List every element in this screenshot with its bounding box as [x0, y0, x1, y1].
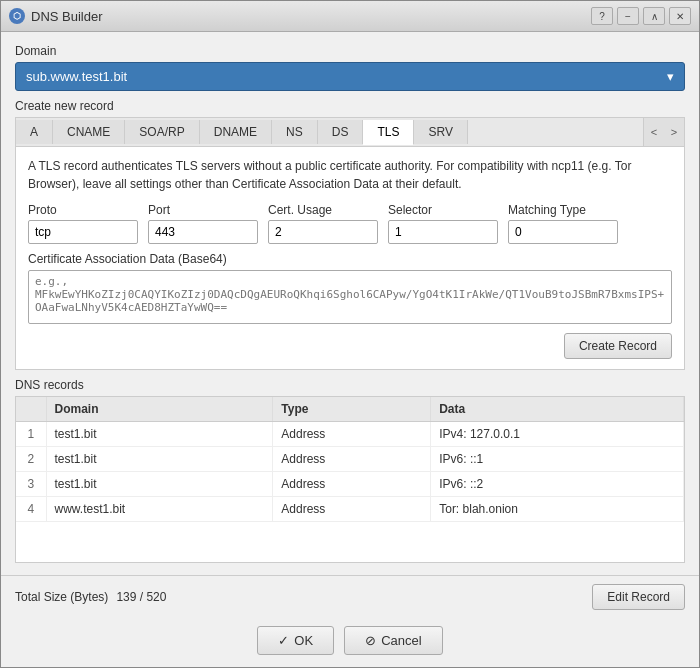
help-button[interactable]: ?	[591, 7, 613, 25]
row-data: IPv6: ::1	[431, 447, 684, 472]
table-row[interactable]: 1 test1.bit Address IPv4: 127.0.0.1	[16, 422, 684, 447]
tab-ns[interactable]: NS	[272, 120, 318, 144]
tab-tls[interactable]: TLS	[363, 120, 414, 145]
create-record-button[interactable]: Create Record	[564, 333, 672, 359]
tab-prev-button[interactable]: <	[644, 118, 664, 146]
create-btn-row: Create Record	[28, 333, 672, 359]
app-icon: ⬡	[9, 8, 25, 24]
cancel-label: Cancel	[381, 633, 421, 648]
footer-buttons: ✓ OK ⊘ Cancel	[1, 618, 699, 667]
cert-data-textarea[interactable]	[28, 270, 672, 324]
window-title: DNS Builder	[31, 9, 103, 24]
create-record-section: Create new record A CNAME SOA/RP DNAME N…	[15, 99, 685, 370]
tab-content-tls: A TLS record authenticates TLS servers w…	[16, 147, 684, 369]
ok-icon: ✓	[278, 633, 289, 648]
ok-label: OK	[294, 633, 313, 648]
row-data: Tor: blah.onion	[431, 497, 684, 522]
size-info: Total Size (Bytes) 139 / 520	[15, 590, 166, 604]
cert-data-label: Certificate Association Data (Base64)	[28, 252, 672, 266]
proto-field: Proto	[28, 203, 138, 244]
col-domain: Domain	[46, 397, 273, 422]
matching-type-field: Matching Type	[508, 203, 618, 244]
title-bar-controls: ? − ∧ ✕	[591, 7, 691, 25]
dns-records-section: DNS records Domain Type Data 1 test1.bit	[15, 378, 685, 563]
row-domain: test1.bit	[46, 447, 273, 472]
tab-cname[interactable]: CNAME	[53, 120, 125, 144]
row-domain: test1.bit	[46, 422, 273, 447]
action-buttons: Edit Record	[592, 584, 685, 610]
tab-section: A CNAME SOA/RP DNAME NS DS TLS SRV < > A…	[15, 117, 685, 370]
table-header-row: Domain Type Data	[16, 397, 684, 422]
cert-usage-input[interactable]	[268, 220, 378, 244]
tls-description: A TLS record authenticates TLS servers w…	[28, 157, 672, 193]
port-field: Port	[148, 203, 258, 244]
row-type: Address	[273, 447, 431, 472]
tab-dname[interactable]: DNAME	[200, 120, 272, 144]
ok-button[interactable]: ✓ OK	[257, 626, 334, 655]
dropdown-arrow-icon: ▾	[667, 69, 674, 84]
title-bar: ⬡ DNS Builder ? − ∧ ✕	[1, 1, 699, 32]
size-label: Total Size (Bytes)	[15, 590, 108, 604]
matching-type-input[interactable]	[508, 220, 618, 244]
cert-usage-label: Cert. Usage	[268, 203, 378, 217]
tab-next-button[interactable]: >	[664, 118, 684, 146]
domain-dropdown[interactable]: sub.www.test1.bit ▾	[15, 62, 685, 91]
cancel-button[interactable]: ⊘ Cancel	[344, 626, 442, 655]
tab-ds[interactable]: DS	[318, 120, 364, 144]
main-window: ⬡ DNS Builder ? − ∧ ✕ Domain sub.www.tes…	[0, 0, 700, 668]
matching-type-label: Matching Type	[508, 203, 618, 217]
title-bar-left: ⬡ DNS Builder	[9, 8, 103, 24]
col-type: Type	[273, 397, 431, 422]
bottom-bar: Total Size (Bytes) 139 / 520 Edit Record	[1, 575, 699, 618]
row-type: Address	[273, 422, 431, 447]
tab-bar: A CNAME SOA/RP DNAME NS DS TLS SRV < >	[16, 118, 684, 147]
row-domain: test1.bit	[46, 472, 273, 497]
row-num: 3	[16, 472, 46, 497]
tab-a[interactable]: A	[16, 120, 53, 144]
row-num: 4	[16, 497, 46, 522]
close-button[interactable]: ✕	[669, 7, 691, 25]
row-num: 2	[16, 447, 46, 472]
row-type: Address	[273, 472, 431, 497]
domain-section: Domain sub.www.test1.bit ▾	[15, 44, 685, 91]
selector-input[interactable]	[388, 220, 498, 244]
col-num	[16, 397, 46, 422]
table-row[interactable]: 4 www.test1.bit Address Tor: blah.onion	[16, 497, 684, 522]
minimize-button[interactable]: −	[617, 7, 639, 25]
dns-records-table: Domain Type Data 1 test1.bit Address IPv…	[16, 397, 684, 522]
selector-field: Selector	[388, 203, 498, 244]
proto-label: Proto	[28, 203, 138, 217]
cert-usage-field: Cert. Usage	[268, 203, 378, 244]
main-content: Domain sub.www.test1.bit ▾ Create new re…	[1, 32, 699, 575]
dns-records-table-wrapper: Domain Type Data 1 test1.bit Address IPv…	[15, 396, 685, 563]
table-row[interactable]: 3 test1.bit Address IPv6: ::2	[16, 472, 684, 497]
domain-label: Domain	[15, 44, 685, 58]
size-value: 139 / 520	[116, 590, 166, 604]
edit-record-button[interactable]: Edit Record	[592, 584, 685, 610]
row-num: 1	[16, 422, 46, 447]
row-domain: www.test1.bit	[46, 497, 273, 522]
table-row[interactable]: 2 test1.bit Address IPv6: ::1	[16, 447, 684, 472]
port-label: Port	[148, 203, 258, 217]
row-data: IPv4: 127.0.0.1	[431, 422, 684, 447]
row-type: Address	[273, 497, 431, 522]
domain-value: sub.www.test1.bit	[26, 69, 127, 84]
form-fields-row: Proto Port Cert. Usage Selector	[28, 203, 672, 244]
tab-soarp[interactable]: SOA/RP	[125, 120, 199, 144]
tab-navigation: < >	[643, 118, 684, 146]
cert-data-section: Certificate Association Data (Base64)	[28, 252, 672, 327]
create-record-label: Create new record	[15, 99, 685, 113]
proto-input[interactable]	[28, 220, 138, 244]
row-data: IPv6: ::2	[431, 472, 684, 497]
cancel-icon: ⊘	[365, 633, 376, 648]
port-input[interactable]	[148, 220, 258, 244]
dns-records-label: DNS records	[15, 378, 685, 392]
col-data: Data	[431, 397, 684, 422]
selector-label: Selector	[388, 203, 498, 217]
maximize-button[interactable]: ∧	[643, 7, 665, 25]
tab-srv[interactable]: SRV	[414, 120, 467, 144]
